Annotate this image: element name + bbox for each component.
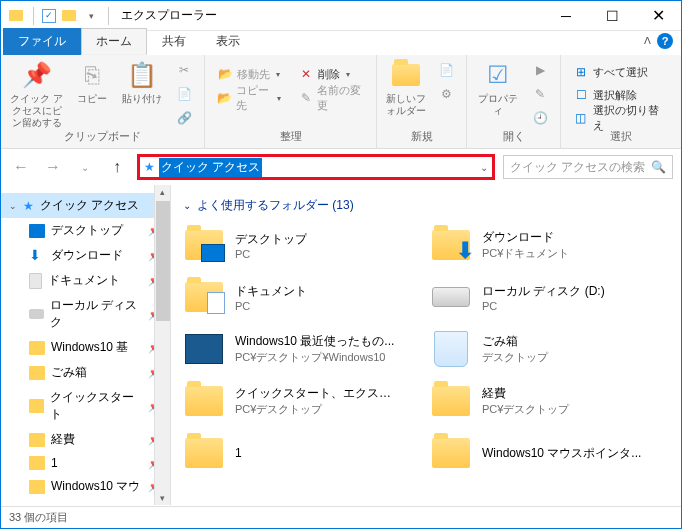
sidebar-item[interactable]: ダウンロード📌 bbox=[1, 243, 170, 268]
section-frequent-folders[interactable]: ⌄ よく使用するフォルダー (13) bbox=[183, 193, 669, 224]
sidebar-item[interactable]: 1📌 bbox=[1, 452, 170, 474]
search-icon[interactable]: 🔍 bbox=[651, 160, 666, 174]
sidebar-item-label: Windows10 基 bbox=[51, 339, 128, 356]
sidebar-item-label: ドキュメント bbox=[48, 272, 120, 289]
sidebar-item[interactable]: ごみ箱📌 bbox=[1, 360, 170, 385]
folder-item[interactable]: 経費PC¥デスクトップ bbox=[430, 380, 669, 422]
sidebar-item[interactable]: Windows10 基📌 bbox=[1, 335, 170, 360]
cut-button[interactable]: ✂ bbox=[172, 59, 196, 81]
minimize-button[interactable]: ─ bbox=[543, 1, 589, 31]
folder-icon[interactable] bbox=[7, 7, 25, 25]
maximize-button[interactable]: ☐ bbox=[589, 1, 635, 31]
sidebar-item[interactable]: クイックスタート📌 bbox=[1, 385, 170, 427]
tab-view[interactable]: 表示 bbox=[201, 28, 255, 55]
tab-file[interactable]: ファイル bbox=[3, 28, 81, 55]
open-button[interactable]: ▶ bbox=[528, 59, 552, 81]
drive-icon bbox=[29, 309, 44, 319]
new-folder-button[interactable]: 新しいフォルダー bbox=[385, 59, 426, 117]
folder-item[interactable]: ダウンロードPC¥ドキュメント bbox=[430, 224, 669, 266]
ribbon: 📌 クイック アクセスにピン留めする ⎘ コピー 📋 貼り付け ✂ 📄 🔗 クリ… bbox=[1, 55, 681, 149]
rename-button[interactable]: ✎名前の変更 bbox=[295, 87, 368, 109]
easy-access-button[interactable]: ⚙ bbox=[434, 83, 458, 105]
collapse-ribbon-icon[interactable]: ᐱ bbox=[644, 35, 651, 46]
folder-item[interactable]: 1 bbox=[183, 432, 422, 474]
qat-dropdown-icon[interactable]: ▾ bbox=[82, 7, 100, 25]
address-bar[interactable]: ★ クイック アクセス ⌄ bbox=[137, 154, 495, 180]
copypath-icon: 📄 bbox=[176, 86, 192, 102]
select-all-button[interactable]: ⊞すべて選択 bbox=[569, 61, 652, 83]
folder-icon bbox=[29, 399, 44, 413]
sidebar-item[interactable]: ドキュメント📌 bbox=[1, 268, 170, 293]
window-title: エクスプローラー bbox=[113, 7, 217, 24]
item-sub: PC bbox=[235, 248, 307, 260]
folder-icon bbox=[183, 432, 225, 474]
sidebar-item[interactable]: ローカル ディスク📌 bbox=[1, 293, 170, 335]
delete-button[interactable]: ✕削除▾ bbox=[294, 63, 354, 85]
folder-icon bbox=[29, 505, 45, 506]
folder-item[interactable]: デスクトップPC bbox=[183, 224, 422, 266]
forward-button[interactable]: → bbox=[41, 155, 65, 179]
new-folder-qat-icon[interactable] bbox=[60, 7, 78, 25]
pin-to-quickaccess-button[interactable]: 📌 クイック アクセスにピン留めする bbox=[9, 59, 65, 129]
back-button[interactable]: ← bbox=[9, 155, 33, 179]
folder-item[interactable]: クイックスタート、エクスプロー...PC¥デスクトップ bbox=[183, 380, 422, 422]
sidebar-item[interactable]: Windows10 マウ📌 bbox=[1, 474, 170, 499]
new-item-button[interactable]: 📄 bbox=[434, 59, 458, 81]
tab-share[interactable]: 共有 bbox=[147, 28, 201, 55]
sidebar-item[interactable]: デスクトップ📌 bbox=[1, 218, 170, 243]
group-label-select: 選択 bbox=[569, 129, 673, 146]
copy-path-button[interactable]: 📄 bbox=[172, 83, 196, 105]
invert-selection-button[interactable]: ◫選択の切り替え bbox=[569, 107, 673, 129]
group-label-new: 新規 bbox=[385, 129, 458, 146]
item-name: ローカル ディスク (D:) bbox=[482, 283, 605, 300]
edit-button[interactable]: ✎ bbox=[528, 83, 552, 105]
paste-button[interactable]: 📋 貼り付け bbox=[120, 59, 164, 105]
expand-icon[interactable]: ⌄ bbox=[9, 201, 17, 211]
sidebar-item-label: ローカル ディスク bbox=[50, 297, 142, 331]
help-icon[interactable]: ? bbox=[657, 33, 673, 49]
folder-doc-icon bbox=[183, 276, 225, 318]
item-name: クイックスタート、エクスプロー... bbox=[235, 385, 395, 402]
chevron-down-icon[interactable]: ⌄ bbox=[183, 200, 191, 211]
sidebar-scrollbar[interactable]: ▴ ▾ bbox=[154, 185, 170, 505]
scroll-thumb[interactable] bbox=[156, 201, 170, 321]
folder-icon bbox=[29, 341, 45, 355]
copyto-button[interactable]: 📂コピー先▾ bbox=[213, 87, 285, 109]
item-sub: PC bbox=[235, 300, 307, 312]
close-button[interactable]: ✕ bbox=[635, 1, 681, 31]
moveto-button[interactable]: 📂移動先▾ bbox=[213, 63, 284, 85]
address-dropdown-icon[interactable]: ⌄ bbox=[480, 162, 488, 173]
folder-item[interactable]: ドキュメントPC bbox=[183, 276, 422, 318]
sidebar-item[interactable]: Windows10 拡張📌 bbox=[1, 499, 170, 505]
sidebar-quickaccess-head[interactable]: ⌄ ★ クイック アクセス bbox=[1, 193, 170, 218]
copy-button[interactable]: ⎘ コピー bbox=[73, 59, 113, 105]
download-icon bbox=[29, 249, 45, 263]
scroll-down-icon[interactable]: ▾ bbox=[160, 491, 165, 505]
group-label-open: 開く bbox=[475, 129, 552, 146]
sidebar-item[interactable]: 経費📌 bbox=[1, 427, 170, 452]
scroll-up-icon[interactable]: ▴ bbox=[160, 185, 165, 199]
item-name: 1 bbox=[235, 446, 242, 460]
paste-shortcut-button[interactable]: 🔗 bbox=[172, 107, 196, 129]
history-button[interactable]: 🕘 bbox=[528, 107, 552, 129]
folder-item[interactable]: ローカル ディスク (D:)PC bbox=[430, 276, 669, 318]
sidebar-item-label: Windows10 マウ bbox=[51, 478, 140, 495]
folder-item[interactable]: ごみ箱デスクトップ bbox=[430, 328, 669, 370]
folder-item[interactable]: Windows10 マウスポインタ... bbox=[430, 432, 669, 474]
search-placeholder: クイック アクセスの検索 bbox=[510, 159, 645, 176]
folder-icon bbox=[183, 380, 225, 422]
properties-qat-icon[interactable]: ✓ bbox=[42, 9, 56, 23]
item-sub: PC bbox=[482, 300, 605, 312]
folder-item[interactable]: Windows10 最近使ったもの...PC¥デスクトップ¥Windows10 bbox=[183, 328, 422, 370]
title-bar: ✓ ▾ エクスプローラー ─ ☐ ✕ bbox=[1, 1, 681, 31]
tab-home[interactable]: ホーム bbox=[81, 28, 147, 55]
folder-icon bbox=[29, 433, 45, 447]
properties-button[interactable]: ☑ プロパティ bbox=[475, 59, 520, 117]
selectnone-icon: ☐ bbox=[573, 87, 589, 103]
recent-dropdown[interactable]: ⌄ bbox=[73, 155, 97, 179]
item-name: Windows10 最近使ったもの... bbox=[235, 333, 394, 350]
item-name: ダウンロード bbox=[482, 229, 569, 246]
up-button[interactable]: ↑ bbox=[105, 155, 129, 179]
sidebar-item-label: クイックスタート bbox=[50, 389, 142, 423]
search-box[interactable]: クイック アクセスの検索 🔍 bbox=[503, 155, 673, 179]
